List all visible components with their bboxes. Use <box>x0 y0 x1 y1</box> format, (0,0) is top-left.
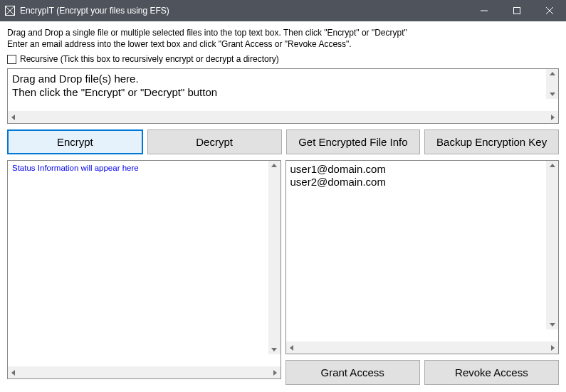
file-drop-content: Drag and Drop file(s) here. Then click t… <box>8 69 558 111</box>
drop-line-1: Drag and Drop file(s) here. <box>12 73 139 85</box>
drop-horizontal-scrollbar[interactable] <box>8 111 558 123</box>
decrypt-button[interactable]: Decrypt <box>147 129 282 154</box>
instructions-line-1: Drag and Drop a single file or multiple … <box>7 28 407 38</box>
grant-access-button[interactable]: Grant Access <box>285 360 420 385</box>
scroll-down-icon <box>271 348 277 351</box>
scroll-up-icon <box>550 72 555 75</box>
backup-encryption-key-button[interactable]: Backup Encryption Key <box>424 129 559 154</box>
scroll-left-icon <box>290 345 293 351</box>
window-title: EncrypIT (Encrypt your files using EFS) <box>20 6 169 16</box>
recursive-checkbox[interactable]: Recursive (Tick this box to recursively … <box>7 54 559 64</box>
status-text: Status Information will appear here <box>12 164 139 172</box>
scroll-up-icon <box>550 164 555 167</box>
checkbox-box-icon <box>7 55 16 64</box>
email-list-text: user1@domain.com user2@domain.com <box>290 163 555 189</box>
instructions-text: Drag and Drop a single file or multiple … <box>7 27 559 50</box>
status-horizontal-scrollbar[interactable] <box>8 366 281 378</box>
scroll-down-icon <box>550 323 555 327</box>
scroll-right-icon <box>551 115 555 120</box>
file-drop-textbox[interactable]: Drag and Drop file(s) here. Then click t… <box>7 68 559 124</box>
email-textbox[interactable]: user1@domain.com user2@domain.com <box>285 160 560 354</box>
maximize-button[interactable] <box>501 0 533 21</box>
email-horizontal-scrollbar[interactable] <box>286 341 559 354</box>
encrypt-button[interactable]: Encrypt <box>7 129 143 154</box>
status-textbox[interactable]: Status Information will appear here <box>7 160 281 379</box>
drop-vertical-scrollbar[interactable] <box>546 69 558 99</box>
minimize-button[interactable] <box>468 0 501 21</box>
drop-line-2: Then click the "Encrypt" or "Decrypt" bu… <box>12 86 217 98</box>
title-bar: EncrypIT (Encrypt your files using EFS) <box>0 0 566 21</box>
instructions-line-2: Enter an email address into the lower te… <box>7 39 352 49</box>
recursive-checkbox-label: Recursive (Tick this box to recursively … <box>20 54 279 64</box>
status-vertical-scrollbar[interactable] <box>268 161 281 354</box>
app-icon <box>4 5 16 16</box>
scroll-left-icon <box>11 115 15 120</box>
close-button[interactable] <box>533 0 566 21</box>
revoke-access-button[interactable]: Revoke Access <box>424 360 559 385</box>
email-vertical-scrollbar[interactable] <box>546 161 558 329</box>
scroll-up-icon <box>271 164 277 167</box>
scroll-left-icon <box>11 370 15 376</box>
scroll-right-icon <box>273 370 277 376</box>
scroll-right-icon <box>551 345 555 351</box>
svg-rect-2 <box>514 8 520 14</box>
get-encrypted-file-info-button[interactable]: Get Encrypted File Info <box>286 129 421 154</box>
scroll-down-icon <box>550 92 555 96</box>
